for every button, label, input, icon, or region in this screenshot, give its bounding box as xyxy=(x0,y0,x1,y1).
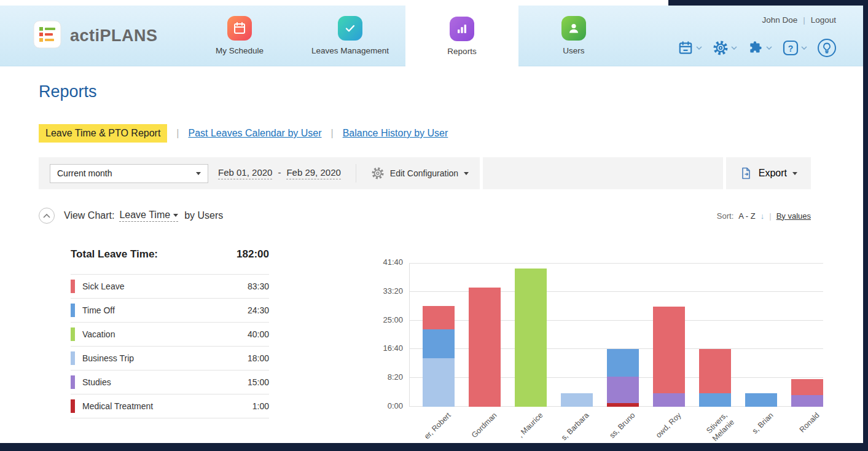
legend-label: Business Trip xyxy=(82,353,134,363)
legend-color-chip xyxy=(71,280,75,293)
legend-value: 15:00 xyxy=(248,377,269,387)
legend-color-chip xyxy=(71,327,75,341)
toolbar-filler xyxy=(483,157,723,189)
toolbar-divider xyxy=(356,164,356,182)
nav-tab-leaves-management[interactable]: Leaves Management xyxy=(295,6,405,66)
brand-logo[interactable]: actiPLANS xyxy=(0,6,184,66)
brand-name: actiPLANS xyxy=(70,26,158,45)
edit-configuration-button[interactable]: Edit Configuration xyxy=(371,167,469,180)
date-to[interactable]: Feb 29, 2020 xyxy=(286,167,340,179)
leave-summary-panel: Total Leave Time: 182:00 Sick Leave 83:3… xyxy=(71,248,269,418)
svg-text:?: ? xyxy=(788,44,794,53)
chart-bar[interactable] xyxy=(699,349,731,407)
legend-row-vacation: Vacation 40:00 xyxy=(71,323,269,347)
bar-segment-time-off xyxy=(607,349,639,377)
bar-segment-time-off xyxy=(745,393,777,407)
chart-bar[interactable] xyxy=(607,349,639,407)
nav-label: Reports xyxy=(447,47,476,56)
summary-header: Total Leave Time: 182:00 xyxy=(71,248,269,261)
integrations-puzzle-icon[interactable] xyxy=(748,40,772,56)
chart-type-dropdown[interactable]: Leave Time xyxy=(119,210,178,222)
summary-rows: Sick Leave 83:30 Time Off 24:30 Vacation… xyxy=(71,274,269,418)
bar-segment-time-off xyxy=(423,329,455,359)
page-title: Reports xyxy=(39,82,97,101)
tab-separator: | xyxy=(331,128,334,139)
person-icon xyxy=(561,16,586,41)
calendar-icon xyxy=(227,16,252,41)
logout-link[interactable]: Logout xyxy=(811,15,836,25)
check-icon xyxy=(338,16,362,41)
caret-down-icon xyxy=(173,214,178,217)
view-chart-label: View Chart: xyxy=(64,210,114,221)
user-line: John Doe | Logout xyxy=(762,15,836,25)
legend-label: Sick Leave xyxy=(82,281,124,291)
export-button[interactable]: Export xyxy=(726,157,811,189)
utility-icons: ? xyxy=(678,39,836,57)
chart-bar[interactable] xyxy=(423,306,455,407)
chart-bar[interactable] xyxy=(745,393,777,407)
legend-value: 83:30 xyxy=(248,281,269,291)
schedule-settings-icon[interactable] xyxy=(678,40,702,56)
legend-row-time-off: Time Off 24:30 xyxy=(71,299,269,323)
bar-segment-sick-leave xyxy=(469,288,501,407)
period-select-value: Current month xyxy=(57,168,112,178)
period-select[interactable]: Current month xyxy=(50,164,208,183)
chart-bar[interactable] xyxy=(653,307,685,407)
sort-by-values-link[interactable]: By values xyxy=(776,211,811,221)
nav-tab-users[interactable]: Users xyxy=(518,6,629,66)
chart-type-value: Leave Time xyxy=(119,210,170,221)
date-range: Feb 01, 2020 - Feb 29, 2020 xyxy=(218,167,341,179)
report-tabs: Leave Time & PTO Report | Past Leaves Ca… xyxy=(39,124,448,143)
nav-tab-my-schedule[interactable]: My Schedule xyxy=(184,6,295,66)
legend-value: 24:30 xyxy=(248,305,269,315)
legend-label: Studies xyxy=(82,377,111,387)
edit-configuration-label: Edit Configuration xyxy=(390,168,458,178)
app-window: actiPLANS My Schedule Leaves Management xyxy=(0,0,868,451)
chart-bar[interactable] xyxy=(561,393,593,407)
chart-bar[interactable] xyxy=(515,269,547,407)
collapse-chart-button[interactable] xyxy=(39,208,55,224)
legend-label: Time Off xyxy=(82,305,115,315)
legend-label: Medical Treatment xyxy=(82,401,153,411)
window-frame-bottom xyxy=(0,443,868,451)
bar-segment-sick-leave xyxy=(791,379,823,395)
bar-segment-studies xyxy=(791,395,823,407)
legend-value: 1:00 xyxy=(252,401,269,411)
legend-value: 40:00 xyxy=(248,329,269,339)
header-right: John Doe | Logout xyxy=(678,6,863,66)
legend-row-business-trip: Business Trip 18:00 xyxy=(71,347,269,371)
bar-segment-sick-leave xyxy=(653,307,685,393)
date-from[interactable]: Feb 01, 2020 xyxy=(218,167,272,179)
y-tick-label: 41:40 xyxy=(369,257,403,267)
sort-label: Sort: xyxy=(717,211,733,221)
chevron-down-icon xyxy=(731,46,737,50)
chart-bar[interactable] xyxy=(469,288,501,407)
bar-segment-sick-leave xyxy=(423,306,455,329)
window-frame-right xyxy=(863,0,868,451)
ideas-lightbulb-icon[interactable] xyxy=(818,39,836,57)
nav-label: Leaves Management xyxy=(311,46,389,55)
actiplans-logo-icon xyxy=(33,20,61,51)
tab-separator: | xyxy=(176,128,179,139)
caret-down-icon xyxy=(196,172,201,175)
main-nav: My Schedule Leaves Management Reports xyxy=(184,6,629,66)
chevron-down-icon xyxy=(696,46,702,50)
chart-bar[interactable] xyxy=(791,379,823,407)
summary-total: 182:00 xyxy=(237,248,269,261)
tab-leave-time-pto-report[interactable]: Leave Time & PTO Report xyxy=(39,124,167,143)
sort-alphabetical-link[interactable]: A - Z xyxy=(738,211,755,221)
top-header: actiPLANS My Schedule Leaves Management xyxy=(0,6,863,66)
report-toolbar: Current month Feb 01, 2020 - Feb 29, 202… xyxy=(39,157,811,189)
sort-direction-icon[interactable]: ↓ xyxy=(760,211,765,221)
bar-segment-studies xyxy=(607,377,639,403)
summary-title: Total Leave Time: xyxy=(71,248,158,261)
toolbar-main: Current month Feb 01, 2020 - Feb 29, 202… xyxy=(39,157,480,189)
nav-tab-reports[interactable]: Reports xyxy=(405,6,518,67)
settings-gear-icon[interactable] xyxy=(713,40,737,56)
bar-segment-sick-leave xyxy=(699,349,731,393)
legend-color-chip xyxy=(71,375,75,389)
tab-balance-history[interactable]: Balance History by User xyxy=(343,128,448,139)
help-icon[interactable]: ? xyxy=(783,40,807,56)
tab-past-leaves-calendar[interactable]: Past Leaves Calendar by User xyxy=(189,128,322,139)
chart-plot: er, RobertGordman, Maurices, Barbarass, … xyxy=(409,263,823,407)
